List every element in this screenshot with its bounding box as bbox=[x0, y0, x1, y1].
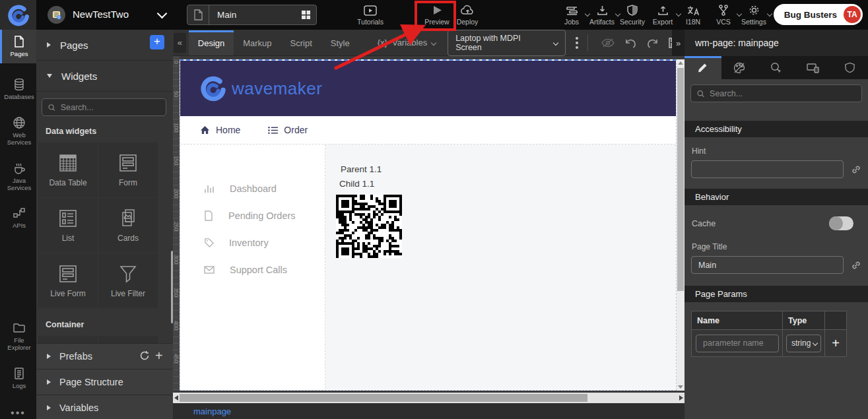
qr-code-image[interactable] bbox=[336, 195, 402, 258]
deploy-button[interactable]: Deploy bbox=[449, 3, 486, 26]
toolbar-overflow-button[interactable]: » bbox=[672, 30, 684, 56]
page-grid-icon[interactable] bbox=[296, 10, 316, 20]
rail-item-logs[interactable]: Logs bbox=[0, 362, 36, 395]
canvas-horizontal-scrollbar[interactable] bbox=[173, 393, 684, 403]
widget-search-input[interactable] bbox=[61, 103, 160, 112]
nav-item-order[interactable]: Order bbox=[268, 125, 308, 135]
pages-accordion[interactable]: Pages + bbox=[36, 30, 173, 61]
undo-icon[interactable] bbox=[624, 38, 637, 48]
rail-item-java-services[interactable]: Java Services bbox=[0, 156, 36, 198]
wavemaker-logo[interactable] bbox=[0, 0, 36, 30]
tab-style[interactable]: Style bbox=[321, 30, 359, 55]
scroll-left-icon[interactable] bbox=[174, 395, 178, 401]
accessibility-section-header[interactable]: Accessibility bbox=[684, 121, 868, 137]
variables-accordion[interactable]: Variables bbox=[36, 395, 173, 419]
rail-item-file-explorer[interactable]: File Explorer bbox=[0, 316, 36, 358]
tab-devices[interactable] bbox=[795, 56, 832, 79]
canvas-vertical-scrollbar[interactable] bbox=[677, 59, 684, 391]
collapse-panel-button[interactable]: « bbox=[174, 33, 186, 53]
panel-scrollbar-thumb[interactable] bbox=[171, 251, 173, 323]
vertical-scroll-thumb[interactable] bbox=[677, 68, 684, 291]
page-structure-accordion[interactable]: Page Structure bbox=[36, 369, 173, 395]
scroll-down-icon[interactable] bbox=[678, 385, 683, 389]
i18n-button[interactable]: I18N bbox=[678, 3, 708, 26]
properties-panel: wm-page: mainpage Accessibil bbox=[684, 30, 868, 419]
widget-live-form[interactable]: Live Form bbox=[38, 253, 98, 308]
sidenav-dashboard[interactable]: Dashboard bbox=[180, 175, 325, 202]
hint-input[interactable] bbox=[691, 160, 844, 178]
hint-bind-link-icon[interactable] bbox=[851, 164, 861, 175]
user-avatar[interactable]: TA bbox=[844, 6, 861, 23]
page-params-section-header[interactable]: Page Params bbox=[684, 286, 868, 302]
parent-label[interactable]: Parent 1.1 bbox=[341, 164, 676, 174]
artifacts-button[interactable]: Artifacts bbox=[587, 3, 617, 26]
widget-list[interactable]: List bbox=[38, 198, 98, 253]
behavior-section-header[interactable]: Behavior bbox=[684, 189, 868, 205]
sidenav-pending-orders[interactable]: Pending Orders bbox=[180, 202, 325, 229]
widget-data-table[interactable]: Data Table bbox=[38, 143, 98, 197]
cache-toggle[interactable] bbox=[829, 216, 853, 230]
tab-markup[interactable]: Markup bbox=[234, 30, 281, 55]
vcs-icon bbox=[708, 3, 739, 16]
nav-item-home[interactable]: Home bbox=[200, 125, 240, 135]
tutorials-button[interactable]: Tutorials bbox=[352, 3, 389, 26]
properties-search-input[interactable] bbox=[710, 89, 855, 98]
prefabs-refresh-icon[interactable] bbox=[139, 350, 150, 361]
rail-item-databases[interactable]: Databases bbox=[0, 73, 36, 106]
param-type-select[interactable]: string bbox=[786, 335, 821, 352]
toggle-visibility-icon[interactable] bbox=[601, 38, 615, 48]
device-selector[interactable]: Laptop with MDPI Screen bbox=[448, 30, 566, 56]
page-selector[interactable]: Main bbox=[187, 5, 317, 25]
project-chevron-down-icon[interactable] bbox=[157, 9, 168, 19]
tab-security[interactable] bbox=[831, 56, 868, 79]
sidenav-support-calls[interactable]: Support Calls bbox=[180, 256, 325, 283]
open-page-tab[interactable]: mainpage bbox=[193, 406, 231, 416]
properties-search[interactable] bbox=[690, 84, 862, 102]
add-page-button[interactable]: + bbox=[150, 35, 164, 49]
rail-item-pages[interactable]: Pages bbox=[0, 30, 36, 63]
rail-item-apis[interactable]: APIs bbox=[0, 201, 36, 235]
variables-dropdown[interactable]: {x} Variables bbox=[378, 38, 436, 48]
tab-properties[interactable] bbox=[684, 56, 721, 79]
export-button[interactable]: Export bbox=[648, 3, 678, 26]
page-title-input[interactable] bbox=[691, 256, 844, 274]
widgets-accordion[interactable]: Widgets bbox=[36, 61, 173, 92]
horizontal-scroll-thumb[interactable] bbox=[180, 394, 587, 402]
container-group-title: Container bbox=[36, 308, 173, 336]
left-rail: Pages Databases Web Services Java Servic… bbox=[0, 30, 36, 419]
page-brand-icon bbox=[200, 75, 226, 102]
scroll-right-icon[interactable] bbox=[679, 395, 683, 401]
rail-label: Databases bbox=[4, 93, 34, 100]
tab-events[interactable] bbox=[758, 56, 795, 79]
prefabs-add-icon[interactable]: + bbox=[155, 348, 163, 364]
vcs-button[interactable]: VCS bbox=[708, 3, 739, 26]
team-button[interactable]: Bug Busters TA bbox=[774, 4, 863, 25]
child-label[interactable]: Child 1.1 bbox=[339, 179, 676, 189]
tab-styles[interactable] bbox=[721, 56, 758, 79]
add-param-button[interactable]: + bbox=[832, 337, 840, 350]
tab-design[interactable]: Design bbox=[189, 30, 234, 55]
prefabs-expand-icon bbox=[47, 354, 51, 359]
sidenav-inventory[interactable]: Inventory bbox=[180, 229, 325, 256]
project-icon[interactable] bbox=[48, 6, 65, 24]
widget-form[interactable]: Form bbox=[98, 143, 158, 197]
tab-script[interactable]: Script bbox=[281, 30, 321, 55]
canvas-more-menu[interactable] bbox=[576, 37, 578, 49]
page-nav: Home Order bbox=[180, 116, 676, 145]
widget-search[interactable] bbox=[42, 98, 166, 116]
page-title-bind-link-icon[interactable] bbox=[851, 260, 861, 271]
scroll-up-icon[interactable] bbox=[678, 61, 683, 65]
page-header[interactable]: wavemaker bbox=[180, 61, 676, 116]
widget-live-filter[interactable]: Live Filter bbox=[98, 253, 158, 308]
settings-button[interactable]: Settings bbox=[739, 3, 769, 26]
security-button[interactable]: Security bbox=[617, 3, 648, 26]
param-name-input[interactable] bbox=[696, 335, 779, 352]
jobs-button[interactable]: Jobs bbox=[556, 3, 587, 26]
rail-item-web-services[interactable]: Web Services bbox=[0, 111, 36, 152]
widget-cards[interactable]: Cards bbox=[98, 198, 158, 253]
live-form-icon bbox=[57, 263, 79, 284]
redo-icon[interactable] bbox=[646, 38, 659, 48]
prefabs-accordion[interactable]: Prefabs + bbox=[36, 343, 173, 369]
rail-more-button[interactable]: ••• bbox=[0, 407, 36, 419]
page-title-label: Page Title bbox=[684, 233, 868, 256]
